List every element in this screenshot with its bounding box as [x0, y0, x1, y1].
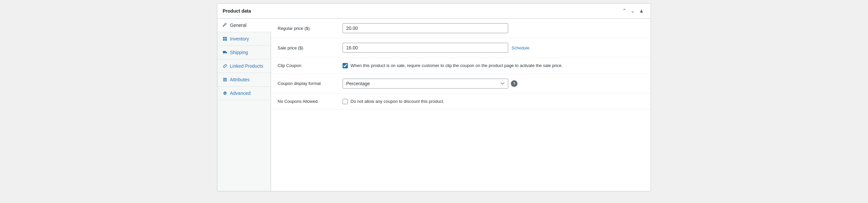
no-coupons-allowed-input-wrap: Do not allow any coupon to discount this… — [343, 98, 644, 105]
shipping-icon — [223, 50, 227, 55]
no-coupons-allowed-checkbox[interactable] — [343, 99, 348, 104]
coupon-display-format-label: Coupon display format — [278, 81, 337, 86]
clip-coupon-description: When this product is on sale, require cu… — [350, 62, 562, 69]
clip-coupon-checkbox[interactable] — [343, 63, 348, 68]
no-coupons-allowed-description: Do not allow any coupon to discount this… — [350, 98, 444, 105]
main-content: Regular price ($) Sale price ($) Schedul… — [271, 19, 651, 191]
sidebar-item-linked-products[interactable]: Linked Products — [217, 59, 271, 73]
sidebar-item-inventory-label: Inventory — [230, 36, 249, 41]
wrench-icon — [223, 23, 227, 28]
advanced-icon — [223, 91, 227, 95]
sidebar-item-general[interactable]: General — [217, 19, 271, 32]
sale-price-row: Sale price ($) Schedule — [271, 38, 651, 58]
product-data-panel: Product data ⌃ ⌄ ▲ General — [217, 3, 651, 192]
coupon-display-format-select-wrap: Percentage Amount ? — [343, 79, 518, 89]
svg-rect-8 — [223, 79, 227, 80]
panel-controls: ⌃ ⌄ ▲ — [621, 8, 645, 14]
sale-price-input-wrap: Schedule — [343, 43, 644, 53]
svg-rect-0 — [223, 37, 225, 38]
sidebar-item-advanced-label: Advanced — [230, 91, 250, 96]
svg-point-6 — [226, 53, 226, 54]
attributes-icon — [223, 77, 227, 82]
no-coupons-allowed-row: No Coupons Allowed Do not allow any coup… — [271, 93, 651, 110]
panel-header: Product data ⌃ ⌄ ▲ — [217, 4, 651, 19]
link-icon — [223, 64, 227, 68]
coupon-display-format-input-wrap: Percentage Amount ? — [343, 79, 644, 89]
clip-coupon-checkbox-row: When this product is on sale, require cu… — [343, 62, 562, 69]
svg-rect-7 — [223, 78, 227, 79]
sidebar-item-linked-products-label: Linked Products — [230, 63, 263, 69]
panel-up-button[interactable]: ⌃ — [621, 8, 628, 14]
svg-rect-2 — [223, 39, 225, 41]
sale-price-input[interactable] — [343, 43, 508, 53]
inventory-icon — [223, 36, 227, 41]
sidebar-item-shipping-label: Shipping — [230, 50, 248, 55]
panel-title: Product data — [223, 8, 251, 13]
svg-rect-4 — [223, 51, 226, 53]
panel-body: General Inventory — [217, 19, 651, 191]
regular-price-input[interactable] — [343, 23, 508, 33]
svg-rect-9 — [223, 81, 227, 81]
sidebar: General Inventory — [217, 19, 271, 191]
regular-price-label: Regular price ($) — [278, 26, 337, 31]
coupon-display-format-help-icon[interactable]: ? — [511, 80, 518, 87]
no-coupons-allowed-checkbox-row: Do not allow any coupon to discount this… — [343, 98, 444, 105]
svg-point-5 — [223, 53, 224, 54]
schedule-link[interactable]: Schedule — [512, 46, 529, 51]
coupon-display-format-row: Coupon display format Percentage Amount … — [271, 74, 651, 93]
panel-down-button[interactable]: ⌄ — [629, 8, 636, 14]
sidebar-item-advanced[interactable]: Advanced — [217, 87, 271, 100]
no-coupons-allowed-label: No Coupons Allowed — [278, 99, 337, 104]
coupon-display-format-select[interactable]: Percentage Amount — [343, 79, 508, 89]
panel-collapse-button[interactable]: ▲ — [638, 8, 645, 14]
svg-rect-3 — [225, 39, 227, 41]
svg-rect-1 — [225, 37, 227, 38]
sidebar-item-attributes[interactable]: Attributes — [217, 73, 271, 87]
sidebar-item-attributes-label: Attributes — [230, 77, 249, 82]
sidebar-item-inventory[interactable]: Inventory — [217, 32, 271, 46]
clip-coupon-label: Clip Coupon — [278, 63, 337, 68]
regular-price-input-wrap — [343, 23, 644, 33]
sidebar-item-general-label: General — [230, 23, 247, 28]
clip-coupon-input-wrap: When this product is on sale, require cu… — [343, 62, 644, 69]
clip-coupon-row: Clip Coupon When this product is on sale… — [271, 58, 651, 74]
sidebar-item-shipping[interactable]: Shipping — [217, 46, 271, 59]
sale-price-label: Sale price ($) — [278, 46, 337, 51]
regular-price-row: Regular price ($) — [271, 19, 651, 38]
